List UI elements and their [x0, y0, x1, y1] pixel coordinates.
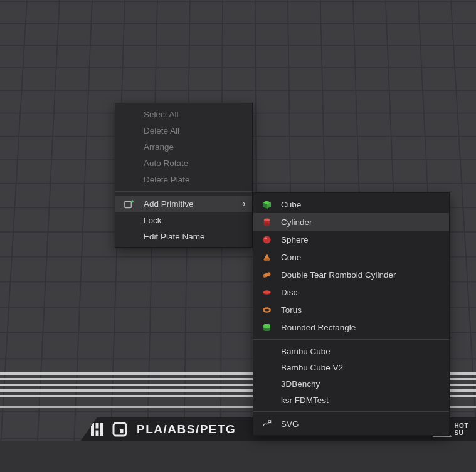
cone-icon	[262, 253, 281, 262]
menu-item-select-all: Select All	[115, 106, 252, 122]
submenu-item-sphere[interactable]: Sphere	[253, 231, 449, 248]
warning-text: HOT SU	[454, 422, 468, 436]
menu-item-label: Auto Rotate	[144, 159, 188, 168]
menu-item-label: Delete All	[144, 126, 179, 135]
submenu-item-cone[interactable]: Cone	[253, 248, 449, 266]
add-primitive-icon	[124, 199, 144, 209]
submenu-item-double-tear-romboid-cylinder[interactable]: Double Tear Romboid Cylinder	[253, 266, 449, 283]
context-menu: Select All Delete All Arrange Auto Rotat…	[115, 103, 253, 248]
submenu-arrow-icon: ›	[242, 198, 246, 209]
svg-icon	[262, 419, 281, 429]
menu-item-edit-plate-name[interactable]: Edit Plate Name	[115, 228, 252, 244]
disc-icon	[262, 288, 281, 297]
submenu-item-label: Torus	[281, 305, 302, 315]
submenu-item-disc[interactable]: Disc	[253, 283, 449, 301]
menu-item-delete-plate: Delete Plate	[115, 171, 252, 187]
submenu-item-label: Sphere	[281, 235, 309, 244]
plate-brand-icon	[112, 422, 128, 437]
menu-item-label: Lock	[144, 216, 162, 225]
add-primitive-submenu: Cube Cylinder Sphere	[253, 192, 450, 436]
menu-item-lock[interactable]: Lock	[115, 212, 252, 228]
cylinder-icon	[262, 218, 281, 227]
menu-separator	[115, 191, 252, 192]
submenu-item-bambu-cube-v2[interactable]: Bambu Cube V2	[253, 359, 449, 375]
menu-item-arrange: Arrange	[115, 139, 252, 155]
submenu-item-bambu-cube[interactable]: Bambu Cube	[253, 343, 449, 359]
submenu-item-label: Bambu Cube	[281, 347, 331, 356]
double-tear-romboid-cylinder-icon	[262, 270, 281, 280]
submenu-item-ksr-fdmtest[interactable]: ksr FDMTest	[253, 392, 449, 408]
cube-icon	[262, 200, 281, 209]
submenu-item-label: Cylinder	[281, 218, 312, 227]
submenu-item-cylinder[interactable]: Cylinder	[253, 213, 449, 231]
submenu-item-label: Cube	[281, 200, 301, 209]
menu-item-delete-all: Delete All	[115, 122, 252, 139]
submenu-separator	[253, 339, 449, 340]
sphere-icon	[262, 235, 281, 244]
submenu-item-label: SVG	[281, 419, 299, 429]
submenu-item-label: Bambu Cube V2	[281, 363, 343, 372]
menu-item-auto-rotate: Auto Rotate	[115, 155, 252, 171]
submenu-item-label: ksr FDMTest	[281, 396, 329, 405]
submenu-item-label: 3DBenchy	[281, 379, 320, 389]
submenu-item-label: Cone	[281, 253, 301, 262]
submenu-item-rounded-rectangle[interactable]: Rounded Rectangle	[253, 318, 449, 336]
menu-item-label: Arrange	[144, 142, 174, 152]
menu-item-add-primitive[interactable]: Add Primitive ›	[115, 196, 252, 212]
submenu-item-cube[interactable]: Cube	[253, 196, 449, 213]
submenu-separator	[253, 411, 449, 412]
warning-line-2: SU	[454, 429, 468, 436]
submenu-item-label: Rounded Rectangle	[281, 323, 356, 332]
menu-item-label: Add Primitive	[144, 199, 194, 209]
viewport-3d[interactable]: PLA/ABS/PETG HOT SU Select All Delete Al…	[0, 0, 476, 472]
menu-item-label: Delete Plate	[144, 175, 190, 184]
submenu-item-torus[interactable]: Torus	[253, 301, 449, 318]
warning-line-1: HOT	[454, 422, 468, 429]
submenu-item-label: Disc	[281, 288, 297, 297]
torus-icon	[262, 305, 281, 315]
submenu-item-label: Double Tear Romboid Cylinder	[281, 270, 396, 280]
area-below-plate	[0, 441, 476, 472]
menu-item-label: Select All	[144, 110, 179, 119]
submenu-item-svg[interactable]: SVG	[253, 415, 449, 433]
plate-material-label: PLA/ABS/PETG	[137, 422, 236, 436]
rounded-rectangle-icon	[262, 323, 281, 332]
menu-item-label: Edit Plate Name	[144, 232, 205, 241]
submenu-item-3dbenchy[interactable]: 3DBenchy	[253, 375, 449, 392]
